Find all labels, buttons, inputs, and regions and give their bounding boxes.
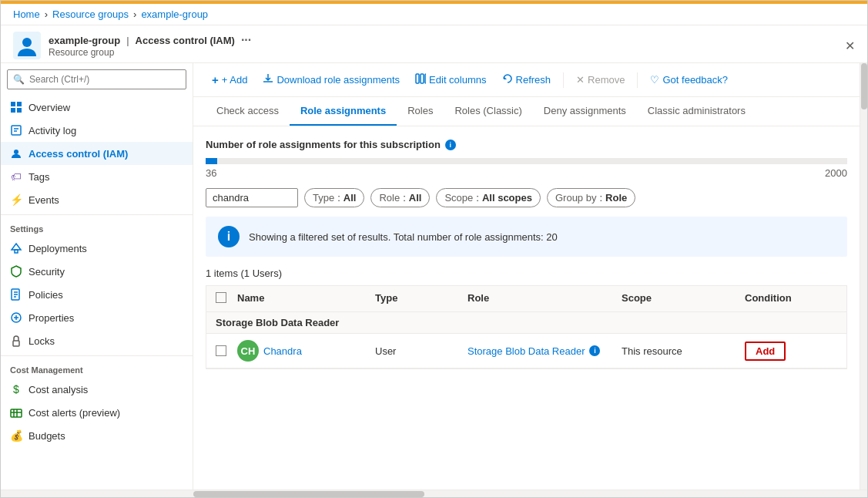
breadcrumb: Home › Resource groups › example-group xyxy=(1,4,867,25)
sidebar-item-properties-label: Properties xyxy=(28,312,74,324)
info-banner-icon: i xyxy=(218,226,240,247)
security-icon xyxy=(10,265,22,278)
svg-marker-10 xyxy=(12,244,21,250)
sidebar-item-properties[interactable]: Properties xyxy=(1,306,193,329)
row-role-cell: Storage Blob Data Reader i xyxy=(468,345,622,357)
row-condition-cell: Add xyxy=(745,342,837,361)
search-input[interactable] xyxy=(7,69,186,89)
select-all-checkbox[interactable] xyxy=(216,292,226,303)
progress-labels: 36 2000 xyxy=(206,167,847,179)
breadcrumb-home[interactable]: Home xyxy=(13,8,40,20)
group-by-filter[interactable]: Group by : Role xyxy=(547,188,635,207)
avatar: CH xyxy=(237,340,259,362)
tab-roles[interactable]: Roles xyxy=(397,97,444,126)
close-button[interactable]: ✕ xyxy=(845,39,855,53)
sidebar-item-deployments[interactable]: Deployments xyxy=(1,237,193,260)
tab-role-assignments[interactable]: Role assignments xyxy=(290,97,397,126)
scroll-thumb xyxy=(861,63,867,109)
role-info-icon[interactable]: i xyxy=(589,345,600,356)
h-scroll-thumb xyxy=(193,491,424,497)
row-role-link[interactable]: Storage Blob Data Reader xyxy=(468,345,585,357)
type-filter-sep: : xyxy=(337,192,340,204)
feedback-button[interactable]: ♡ Got feedback? xyxy=(644,70,734,89)
sidebar-item-cost-alerts-label: Cost alerts (preview) xyxy=(28,407,120,419)
add-label: + Add xyxy=(222,74,248,86)
add-condition-button[interactable]: Add xyxy=(745,342,786,361)
row-name-link[interactable]: Chandra xyxy=(263,345,302,357)
sidebar-item-policies[interactable]: Policies xyxy=(1,283,193,306)
row-checkbox-cell xyxy=(216,345,237,356)
sidebar-item-activity-log-label: Activity log xyxy=(28,125,76,136)
name-filter-input[interactable] xyxy=(206,188,298,207)
search-box: 🔍 xyxy=(7,69,186,89)
search-icon: 🔍 xyxy=(13,74,25,85)
sidebar-item-locks[interactable]: Locks xyxy=(1,329,193,352)
tab-check-access[interactable]: Check access xyxy=(206,97,290,126)
progress-container: 36 2000 xyxy=(206,158,847,179)
sidebar-item-iam-label: Access control (IAM) xyxy=(28,148,128,160)
download-icon xyxy=(263,73,273,86)
download-button[interactable]: Download role assignments xyxy=(256,69,406,90)
refresh-button[interactable]: Refresh xyxy=(496,69,558,90)
overview-icon xyxy=(10,101,22,113)
svg-rect-27 xyxy=(425,74,426,83)
subscription-info-icon[interactable]: i xyxy=(445,140,456,150)
svg-rect-6 xyxy=(12,126,21,135)
type-filter-label: Type xyxy=(313,192,334,204)
header-pipe: | xyxy=(126,35,129,46)
breadcrumb-resource-groups[interactable]: Resource groups xyxy=(52,8,129,20)
row-type-cell: User xyxy=(375,345,468,357)
tab-roles-classic[interactable]: Roles (Classic) xyxy=(444,97,532,126)
sidebar-item-activity-log[interactable]: Activity log xyxy=(1,119,193,142)
header-more-button[interactable]: ··· xyxy=(241,33,251,47)
sidebar-item-events[interactable]: ⚡ Events xyxy=(1,188,193,211)
role-filter-value: All xyxy=(409,192,422,204)
content-area: + + Add Download role assignments Edit c… xyxy=(193,63,860,490)
add-button[interactable]: + + Add xyxy=(206,69,253,90)
refresh-label: Refresh xyxy=(516,74,551,86)
edit-columns-button[interactable]: Edit columns xyxy=(409,69,492,90)
sidebar-item-events-label: Events xyxy=(28,194,59,206)
sidebar-item-tags[interactable]: 🏷 Tags xyxy=(1,165,193,188)
sidebar-item-cost-analysis[interactable]: $ Cost analysis xyxy=(1,378,193,401)
edit-columns-label: Edit columns xyxy=(429,74,486,86)
svg-rect-25 xyxy=(416,74,419,83)
svg-marker-28 xyxy=(504,76,507,79)
svg-point-9 xyxy=(14,150,18,154)
table-header-condition: Condition xyxy=(745,292,837,305)
horizontal-scrollbar[interactable] xyxy=(1,490,867,497)
sidebar-item-overview[interactable]: Overview xyxy=(1,96,193,119)
properties-icon xyxy=(10,311,22,324)
events-icon: ⚡ xyxy=(10,193,22,206)
type-filter[interactable]: Type : All xyxy=(304,188,364,207)
sidebar-item-security-label: Security xyxy=(28,266,65,278)
sidebar-item-budgets[interactable]: 💰 Budgets xyxy=(1,424,193,447)
scope-filter[interactable]: Scope : All scopes xyxy=(436,188,541,207)
breadcrumb-current[interactable]: example-group xyxy=(141,8,208,20)
remove-label: Remove xyxy=(588,74,625,86)
svg-rect-3 xyxy=(17,102,22,106)
role-filter-sep: : xyxy=(403,192,406,204)
scope-filter-label: Scope xyxy=(444,192,473,204)
progress-bar-background xyxy=(206,158,847,164)
remove-button[interactable]: ✕ Remove xyxy=(570,70,631,89)
vertical-scrollbar[interactable] xyxy=(860,63,867,490)
role-assignments-table: Name Type Role Scope Condition Storage B… xyxy=(206,285,847,369)
app-container: Home › Resource groups › example-group e… xyxy=(0,0,868,498)
feedback-icon: ♡ xyxy=(650,74,659,86)
sidebar-item-tags-label: Tags xyxy=(28,171,49,183)
settings-section-title: Settings xyxy=(1,214,193,237)
row-checkbox[interactable] xyxy=(216,345,226,356)
sidebar-item-security[interactable]: Security xyxy=(1,260,193,283)
scope-filter-sep: : xyxy=(476,192,479,204)
tab-deny-assignments[interactable]: Deny assignments xyxy=(533,97,637,126)
group-by-filter-label: Group by xyxy=(555,192,596,204)
activity-log-icon xyxy=(10,124,22,136)
sidebar-item-cost-alerts[interactable]: Cost alerts (preview) xyxy=(1,401,193,424)
tab-classic-admins[interactable]: Classic administrators xyxy=(637,97,756,126)
breadcrumb-sep1: › xyxy=(45,8,48,20)
role-filter[interactable]: Role : All xyxy=(370,188,430,207)
sidebar-item-iam[interactable]: Access control (IAM) xyxy=(1,142,193,165)
subscription-section-title: Number of role assignments for this subs… xyxy=(206,139,847,150)
group-by-filter-value: Role xyxy=(605,192,627,204)
